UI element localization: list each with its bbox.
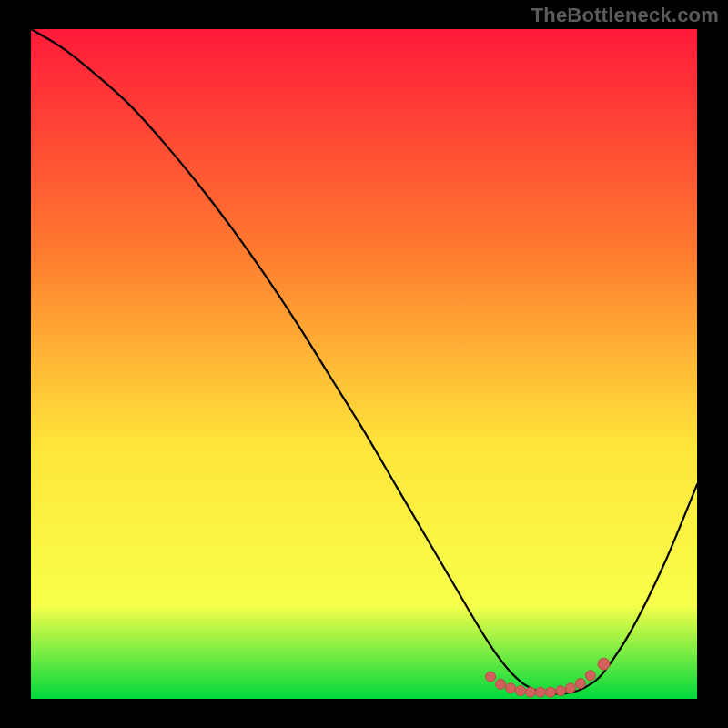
- optimal-band-dot: [565, 683, 575, 693]
- optimal-band-dot: [545, 687, 555, 697]
- optimal-band-dot: [496, 679, 506, 689]
- gradient-background: [31, 29, 697, 699]
- optimal-band-dot: [585, 671, 595, 681]
- watermark-text: TheBottleneck.com: [531, 4, 719, 27]
- optimal-band-dot: [526, 687, 536, 697]
- optimal-band-dot: [555, 686, 565, 696]
- optimal-band-dot: [486, 672, 496, 682]
- highlight-point-marker: [598, 658, 610, 670]
- chart-frame: TheBottleneck.com: [0, 0, 728, 728]
- optimal-band-dot: [575, 679, 585, 689]
- optimal-band-dot: [535, 687, 545, 697]
- optimal-band-dot: [506, 683, 516, 693]
- bottleneck-chart-svg: [31, 29, 697, 699]
- highlight-dot: [598, 658, 610, 670]
- optimal-band-dot: [516, 686, 526, 696]
- plot-area: [31, 29, 697, 699]
